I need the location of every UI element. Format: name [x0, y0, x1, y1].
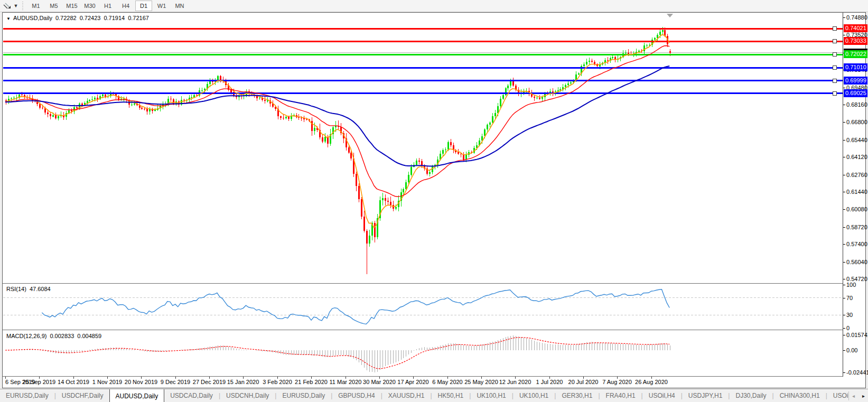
price-tick-label: 0.66800: [846, 119, 867, 125]
price-tick-label: 0.58720: [846, 224, 867, 230]
level-price-badge: 0.69025: [844, 89, 867, 97]
symbol-tab-xauusd-h1[interactable]: XAUUSD,H1: [382, 389, 431, 402]
date-tick-label: 30 Mar 2020: [363, 379, 396, 385]
level-handle[interactable]: [833, 53, 836, 57]
price-tick-label: 0.64120: [846, 154, 867, 160]
timeframe-button-m30[interactable]: M30: [81, 1, 98, 11]
symbol-tab-eurusd-daily[interactable]: EURUSD,Daily: [276, 389, 331, 402]
symbol-tab-china300-h1[interactable]: CHINA300,H1: [774, 389, 826, 402]
timeframe-toolbar: ▼ M1M5M15M30H1H4D1W1MN: [0, 0, 868, 12]
macd-tick: [843, 372, 845, 373]
date-tick-label: 27 Dec 2019: [193, 379, 226, 385]
timeframe-button-d1[interactable]: D1: [135, 1, 152, 11]
rsi-name: RSI(14): [6, 286, 26, 292]
price-tick: [843, 227, 845, 228]
macd-name: MACD(12,26,9): [6, 333, 46, 339]
rsi-value: 47.6084: [30, 286, 51, 292]
rsi-tick: [843, 328, 845, 329]
timeframe-button-mn[interactable]: MN: [171, 1, 188, 11]
date-tick-label: 6 May 2020: [432, 379, 462, 385]
ohlc-open: 0.72282: [55, 15, 77, 21]
rsi-panel[interactable]: [3, 285, 843, 330]
price-tick-label: 0.56040: [846, 259, 867, 265]
timeframe-button-h4[interactable]: H4: [117, 1, 134, 11]
timeframe-button-w1[interactable]: W1: [153, 1, 170, 11]
scroll-left-icon[interactable]: ◂: [852, 393, 855, 399]
panel-divider[interactable]: [3, 330, 843, 330]
price-tick-label: 0.61440: [846, 189, 867, 195]
level-price-badge: 0.71010: [844, 63, 867, 71]
price-tick-label: 0.60080: [846, 206, 867, 212]
macd-tick: [843, 350, 845, 351]
timeframe-button-m5[interactable]: M5: [45, 1, 62, 11]
level-price-badge: 0.69999: [844, 77, 867, 85]
date-axis[interactable]: 6 Sep 201925 Sep 201914 Oct 20191 Nov 20…: [3, 377, 843, 388]
symbol-tab-dj30-daily[interactable]: DJ30,Daily: [730, 389, 772, 402]
price-tick: [843, 192, 845, 192]
rsi-tick: [843, 315, 845, 315]
price-tick: [843, 140, 845, 141]
macd-value-main: 0.002833: [50, 333, 74, 339]
date-tick-label: 17 Apr 2020: [397, 379, 428, 385]
date-tick-label: 12 Jun 2020: [499, 379, 531, 385]
symbol-tab-bar: EURUSD,Daily|USDCHF,DailyAUDUSD,DailyUSD…: [0, 389, 868, 402]
date-tick-label: 21 Feb 2020: [295, 379, 328, 385]
symbol-tab-usoil-h4[interactable]: USOil,H4: [643, 389, 681, 402]
symbol-tab-audusd-daily[interactable]: AUDUSD,Daily: [109, 389, 165, 402]
price-tick-label: 0.57400: [846, 241, 867, 247]
rsi-tick-label: 70: [846, 295, 853, 301]
date-tick-label: 15 Jan 2020: [227, 379, 259, 385]
date-tick-label: 25 May 2020: [464, 379, 498, 385]
scroll-right-icon[interactable]: ▸: [862, 393, 865, 399]
ohlc-high: 0.72423: [80, 15, 101, 21]
price-axis[interactable]: 0.748800.735200.721600.708400.694800.681…: [843, 13, 868, 377]
symbol-tab-uk100-h1[interactable]: UK100,H1: [471, 389, 511, 402]
rsi-tick-label: 100: [846, 282, 856, 288]
date-tick-label: 1 Nov 2019: [92, 379, 122, 385]
price-tick-label: 0.68160: [846, 101, 867, 108]
panel-divider[interactable]: [3, 283, 843, 284]
date-tick-label: 7 Aug 2020: [602, 379, 632, 385]
level-handle[interactable]: [833, 79, 836, 82]
rsi-indicator-label: RSI(14)47.6084: [6, 286, 54, 292]
timeframe-button-m15[interactable]: M15: [63, 1, 80, 11]
symbol-tab-hk50-h1[interactable]: HK50,H1: [432, 389, 470, 402]
date-tick-label: 20 Nov 2019: [125, 379, 157, 385]
level-handle[interactable]: [833, 66, 836, 70]
timeframe-button-h1[interactable]: H1: [99, 1, 116, 11]
price-tick: [843, 35, 845, 35]
macd-value-signal: 0.004859: [77, 333, 101, 339]
symbol-tab-fra40-h1[interactable]: FRA40,H1: [600, 389, 641, 402]
timeframe-button-m1[interactable]: M1: [27, 1, 44, 11]
symbol-tab-usoil-h1[interactable]: USOil,H1: [827, 389, 848, 402]
toolbar-grip-handle[interactable]: [21, 2, 24, 10]
symbol-marker-icon[interactable]: ▼: [6, 16, 11, 21]
price-tick: [843, 209, 845, 210]
symbol-tab-usdjpy-h1[interactable]: USDJPY,H1: [683, 389, 728, 402]
symbol-tab-ger30-h1[interactable]: GER30,H1: [556, 389, 598, 402]
symbol-tab-usdcad-daily[interactable]: USDCAD,Daily: [164, 389, 219, 402]
ohlc-close: 0.72167: [128, 15, 149, 21]
level-price-badge: 0.72022: [844, 50, 867, 58]
ohlc-low: 0.71914: [104, 15, 125, 21]
price-tick: [843, 244, 845, 245]
symbol-tab-eurusd-daily[interactable]: EURUSD,Daily: [0, 389, 54, 402]
price-tick: [843, 17, 845, 18]
level-handle[interactable]: [833, 27, 836, 31]
price-tick: [843, 105, 845, 105]
main-price-chart[interactable]: [3, 13, 843, 283]
symbol-tab-usdchf-daily[interactable]: USDCHF,Daily: [56, 389, 109, 402]
chevron-down-icon[interactable]: ▼: [13, 3, 19, 8]
level-handle[interactable]: [833, 91, 836, 95]
date-tick-label: 26 Aug 2020: [635, 379, 668, 385]
date-tick-label: 1 Jul 2020: [536, 379, 563, 385]
chart-tool-icon[interactable]: [1, 1, 13, 11]
macd-panel[interactable]: [3, 331, 843, 376]
chart-shift-marker[interactable]: [667, 14, 673, 17]
symbol-tab-usdcnh-daily[interactable]: USDCNH,Daily: [220, 389, 275, 402]
date-tick-label: 25 Sep 2019: [23, 379, 55, 385]
symbol-tab-gbpusd-h4[interactable]: GBPUSD,H4: [332, 389, 380, 402]
level-handle[interactable]: [833, 40, 836, 43]
symbol-tab-uk100-h1[interactable]: UK100,H1: [514, 389, 554, 402]
timeframe-buttons: M1M5M15M30H1H4D1W1MN: [27, 1, 189, 11]
